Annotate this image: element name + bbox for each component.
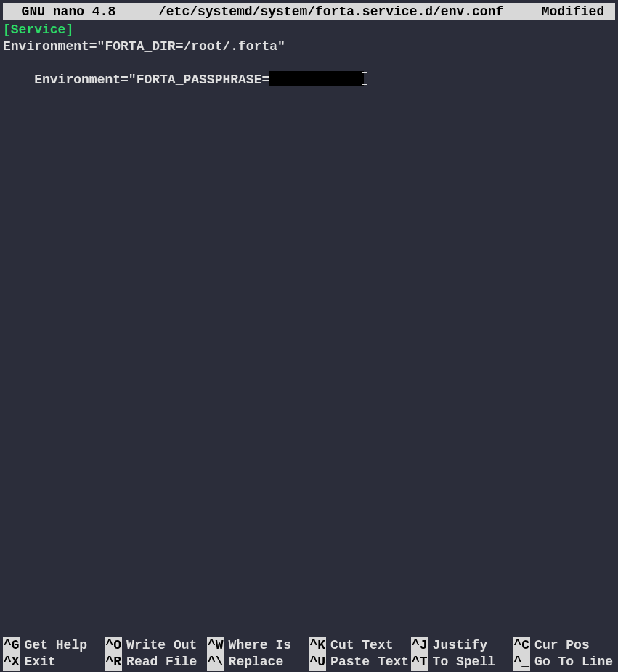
editor-area[interactable]: [Service] Environment="FORTA_DIR=/root/.… bbox=[0, 20, 618, 105]
shortcut-row-2: ^X Exit ^R Read File ^\ Replace ^U Paste… bbox=[3, 654, 615, 671]
shortcut-key: ^J bbox=[411, 637, 428, 654]
shortcut-key: ^K bbox=[309, 637, 327, 654]
shortcut-label: Justify bbox=[428, 637, 488, 654]
shortcut-key: ^R bbox=[105, 654, 123, 671]
shortcut-key: ^T bbox=[411, 654, 428, 671]
shortcut-label: Exit bbox=[20, 654, 56, 671]
shortcut-label: Paste Text bbox=[326, 654, 409, 671]
app-name: GNU nano 4.8 bbox=[6, 3, 158, 20]
config-line-2: Environment="FORTA_PASSPHRASE= bbox=[3, 55, 618, 105]
shortcut-exit[interactable]: ^X Exit bbox=[3, 654, 105, 671]
shortcut-label: Get Help bbox=[20, 637, 87, 654]
config-line-1: Environment="FORTA_DIR=/root/.forta" bbox=[3, 38, 618, 55]
section-header: [Service] bbox=[3, 22, 618, 38]
shortcut-label: Cut Text bbox=[326, 637, 393, 654]
shortcut-key: ^\ bbox=[207, 654, 224, 671]
shortcut-row-1: ^G Get Help ^O Write Out ^W Where Is ^K … bbox=[3, 637, 615, 654]
shortcut-bar: ^G Get Help ^O Write Out ^W Where Is ^K … bbox=[3, 637, 615, 671]
shortcut-label: Cur Pos bbox=[530, 637, 590, 654]
shortcut-read-file[interactable]: ^R Read File bbox=[105, 654, 208, 671]
shortcut-paste-text[interactable]: ^U Paste Text bbox=[309, 654, 412, 671]
modified-status: Modified bbox=[542, 3, 612, 20]
shortcut-key: ^_ bbox=[513, 654, 531, 671]
shortcut-label: Go To Line bbox=[530, 654, 613, 671]
shortcut-replace[interactable]: ^\ Replace bbox=[207, 654, 309, 671]
shortcut-key: ^G bbox=[3, 637, 20, 654]
shortcut-cut-text[interactable]: ^K Cut Text bbox=[309, 637, 412, 654]
shortcut-label: Where Is bbox=[224, 637, 291, 654]
shortcut-key: ^C bbox=[513, 637, 531, 654]
file-path: /etc/systemd/system/forta.service.d/env.… bbox=[158, 3, 542, 20]
shortcut-label: Replace bbox=[224, 654, 284, 671]
shortcut-justify[interactable]: ^J Justify bbox=[411, 637, 513, 654]
shortcut-key: ^O bbox=[105, 637, 123, 654]
shortcut-cur-pos[interactable]: ^C Cur Pos bbox=[513, 637, 616, 654]
shortcut-key: ^U bbox=[309, 654, 327, 671]
config-line-2-text: Environment="FORTA_PASSPHRASE= bbox=[34, 73, 269, 87]
shortcut-write-out[interactable]: ^O Write Out bbox=[105, 637, 208, 654]
shortcut-go-to-line[interactable]: ^_ Go To Line bbox=[513, 654, 616, 671]
title-bar: GNU nano 4.8 /etc/systemd/system/forta.s… bbox=[3, 3, 615, 20]
redacted-value bbox=[269, 71, 364, 86]
shortcut-key: ^W bbox=[207, 637, 224, 654]
shortcut-where-is[interactable]: ^W Where Is bbox=[207, 637, 309, 654]
shortcut-get-help[interactable]: ^G Get Help bbox=[3, 637, 105, 654]
shortcut-key: ^X bbox=[3, 654, 20, 671]
shortcut-label: Write Out bbox=[122, 637, 197, 654]
shortcut-to-spell[interactable]: ^T To Spell bbox=[411, 654, 513, 671]
cursor bbox=[362, 72, 367, 85]
shortcut-label: To Spell bbox=[428, 654, 495, 671]
shortcut-label: Read File bbox=[122, 654, 197, 671]
